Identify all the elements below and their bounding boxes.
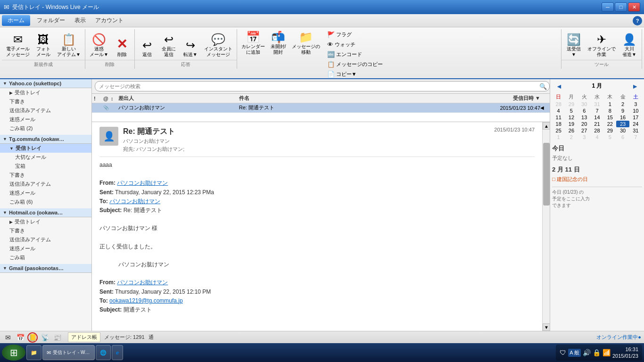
cal-day[interactable]: 13	[578, 114, 591, 121]
cal-day[interactable]: 10	[629, 107, 642, 114]
scroll-up-button[interactable]: ▲	[543, 122, 550, 130]
cal-day[interactable]: 12	[565, 114, 578, 121]
tray-wifi-icon[interactable]: 📶	[603, 349, 611, 356]
status-mail-icon[interactable]: ✉	[3, 332, 13, 343]
start-button[interactable]: ⊞	[2, 345, 25, 361]
sidebar-item-drafts1[interactable]: 下書き	[0, 97, 91, 106]
cal-day[interactable]: 19	[565, 121, 578, 127]
to-link-1[interactable]: パソコンお助けマン	[109, 198, 160, 205]
cal-prev-button[interactable]: ◄	[554, 82, 564, 90]
instant-message-button[interactable]: 💬 インスタントメッセージ	[202, 33, 235, 59]
sidebar-item-junk1[interactable]: 迷惑メール	[0, 115, 91, 124]
menu-view[interactable]: 表示	[70, 15, 91, 26]
cal-day[interactable]: 5	[603, 134, 616, 140]
cal-day[interactable]: 6	[578, 107, 591, 114]
cal-day[interactable]: 18	[552, 121, 565, 127]
cal-day[interactable]: 31	[629, 127, 642, 134]
menu-home[interactable]: ホーム	[2, 15, 30, 26]
sidebar-item-inbox2[interactable]: ▼ 受信トレイ	[0, 144, 91, 153]
cal-day[interactable]: 24	[629, 121, 642, 127]
sidebar-item-trash1[interactable]: ごみ箱 (2)	[0, 124, 91, 133]
menu-folder[interactable]: フォルダー	[32, 15, 70, 26]
user-button[interactable]: 👤 大川省造▼	[619, 33, 640, 59]
status-newsgroup-icon[interactable]: 📰	[52, 332, 62, 343]
to-link-2[interactable]: ookawa1219@tg.commufa.jp	[109, 297, 183, 304]
cal-day[interactable]: 28	[552, 101, 565, 107]
sidebar-item-inbox1[interactable]: ▶ 受信トレイ	[0, 88, 91, 97]
new-items-button[interactable]: 📋 新しいアイテム▼	[55, 33, 83, 59]
cal-day[interactable]: 16	[616, 114, 629, 121]
cal-day[interactable]: 22	[603, 121, 616, 127]
sidebar-account-gmail[interactable]: Gmail (pasokonotas…	[0, 264, 91, 273]
tray-security-icon[interactable]: 🛡	[560, 349, 566, 356]
cal-day[interactable]: 28	[591, 127, 603, 134]
col-from[interactable]: 差出人	[118, 95, 239, 102]
col-subject[interactable]: 件名	[239, 95, 420, 102]
offline-button[interactable]: ✈ オフラインで作業	[585, 33, 618, 59]
copy-message-button[interactable]: 📋 メッセージのコピー	[325, 60, 559, 69]
status-feed-icon[interactable]: 📡	[40, 332, 50, 343]
tray-ime-icon[interactable]: A 般	[568, 349, 581, 357]
minimize-button[interactable]: ─	[602, 2, 614, 12]
taskbar-ie[interactable]: e	[112, 345, 123, 360]
cal-day[interactable]: 2	[565, 134, 578, 140]
col-attach[interactable]: @	[103, 96, 111, 101]
search-submit-button[interactable]: 🔍	[539, 83, 547, 90]
forward-button[interactable]: ↪ 転送▼	[180, 38, 201, 59]
cal-day[interactable]: 14	[591, 114, 603, 121]
taskbar-explorer[interactable]: 📁	[26, 345, 41, 360]
cal-day[interactable]: 30	[616, 127, 629, 134]
cal-day[interactable]: 8	[603, 107, 616, 114]
cal-footer[interactable]: 今日 (01/23) の予定をここに入力できます	[552, 187, 642, 209]
sidebar-account-yahoo[interactable]: Yahoo.co (sukettopc)	[0, 79, 91, 88]
sidebar-item-junk2[interactable]: 迷惑メール	[0, 189, 91, 197]
cal-day[interactable]: 20	[578, 121, 591, 127]
cal-day[interactable]: 5	[565, 107, 578, 114]
sidebar-item-takarabako2[interactable]: 宝箱	[0, 162, 91, 171]
col-date[interactable]: 受信日時 ▼	[420, 95, 540, 102]
cal-day[interactable]: 26	[565, 127, 578, 134]
sidebar-item-trash3[interactable]: ごみ箱	[0, 253, 91, 262]
help-button[interactable]: ?	[633, 16, 642, 25]
watch-button[interactable]: 👁 ウォッチ	[325, 40, 559, 49]
cal-day[interactable]: 9	[616, 107, 629, 114]
search-input[interactable]	[95, 81, 550, 91]
scroll-down-button[interactable]: ▼	[543, 323, 550, 331]
cal-day[interactable]: 11	[552, 114, 565, 121]
tray-clock[interactable]: 16:31 2015/01/23	[612, 346, 638, 360]
calendar-add-button[interactable]: 📅 カレンダーに追加	[239, 30, 267, 57]
cal-day[interactable]: 17	[629, 114, 642, 121]
cal-today[interactable]: 23	[616, 121, 629, 127]
cal-day[interactable]: 27	[578, 127, 591, 134]
photo-mail-button[interactable]: 🖼 フォトメール	[33, 33, 54, 59]
encode-button[interactable]: 🔤 エンコード	[325, 50, 559, 59]
scroll-thumb[interactable]	[543, 143, 550, 206]
sidebar-item-important2[interactable]: 大切なメール	[0, 153, 91, 162]
cal-day[interactable]: 1	[603, 101, 616, 107]
reply-all-button[interactable]: ↩ 全員に返信	[158, 33, 179, 59]
send-receive-button[interactable]: 🔄 送受信▼	[563, 33, 584, 59]
cal-day[interactable]: 1	[552, 134, 565, 140]
cal-day[interactable]: 3	[629, 101, 642, 107]
sidebar-account-tg[interactable]: Tg.commufa (ookaw…	[0, 135, 91, 144]
new-email-button[interactable]: ✉ 電子メールメッセージ	[4, 33, 32, 59]
sidebar-item-sent2[interactable]: 送信済みアイテム	[0, 180, 91, 189]
flag-button[interactable]: 🚩 フラグ	[325, 30, 559, 39]
move-message-button[interactable]: 📁 メッセージの移動	[289, 30, 322, 57]
maximize-button[interactable]: □	[615, 2, 627, 12]
cal-day[interactable]: 6	[616, 134, 629, 140]
taskbar-mail[interactable]: ✉ 受信トレイ - Win...	[42, 345, 95, 360]
cal-day[interactable]: 29	[565, 101, 578, 107]
sidebar-account-hotmail[interactable]: Hotmail.co (ookawa…	[0, 208, 91, 217]
cal-day[interactable]: 31	[591, 101, 603, 107]
sidebar-item-drafts2[interactable]: 下書き	[0, 171, 91, 180]
sidebar-item-sent1[interactable]: 送信済みアイテム	[0, 106, 91, 115]
copy-button[interactable]: 📄 コピー▼	[325, 70, 559, 79]
cal-day[interactable]: 3	[578, 134, 591, 140]
sidebar-item-inbox3[interactable]: ▶ 受信トレイ	[0, 217, 91, 226]
cal-day[interactable]: 7	[629, 134, 642, 140]
cal-day[interactable]: 15	[603, 114, 616, 121]
sidebar-item-junk3[interactable]: 迷惑メール	[0, 244, 91, 253]
col-flag[interactable]: !	[94, 96, 103, 101]
cal-day[interactable]: 4	[591, 134, 603, 140]
